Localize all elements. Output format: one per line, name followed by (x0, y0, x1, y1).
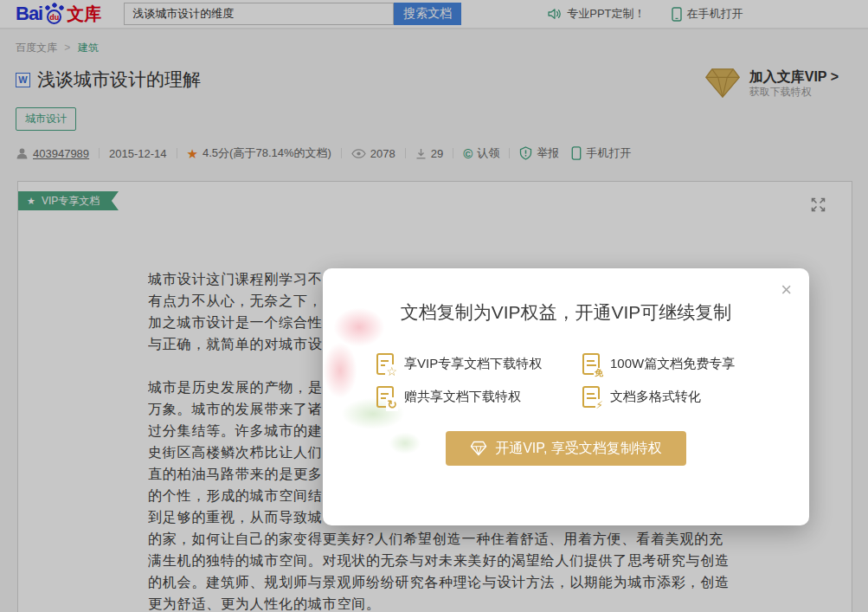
close-icon[interactable]: × (781, 280, 792, 300)
benefit-free-docs: 免 100W篇文档免费专享 (582, 353, 809, 375)
vip-copy-modal: × 文档复制为VIP权益，开通VIP可继续复制 ☆ 享VIP专享文档下载特权 免… (323, 268, 809, 525)
benefit-format-convert: ⚡ 文档多格式转化 (582, 386, 809, 408)
benefit-label: 享VIP专享文档下载特权 (404, 356, 542, 372)
diamond-outline-icon (470, 441, 487, 456)
open-vip-label: 开通VIP, 享受文档复制特权 (495, 440, 662, 458)
benefit-vip-download: ☆ 享VIP专享文档下载特权 (376, 353, 582, 375)
benefit-label: 赠共享文档下载特权 (404, 389, 521, 405)
benefit-shared-download: ↻ 赠共享文档下载特权 (376, 386, 582, 408)
vip-benefits: ☆ 享VIP专享文档下载特权 免 100W篇文档免费专享 ↻ 赠共享文档下载特权… (376, 353, 809, 408)
bolt-badge: ⚡ (595, 399, 604, 411)
star-badge: ☆ (385, 364, 398, 378)
benefit-label: 100W篇文档免费专享 (610, 356, 735, 372)
modal-title: 文档复制为VIP权益，开通VIP可继续复制 (323, 300, 809, 325)
doc-star-icon: ☆ (376, 353, 394, 375)
refresh-badge: ↻ (386, 397, 398, 411)
free-badge: 免 (594, 368, 604, 378)
doc-share-icon: ↻ (376, 386, 394, 408)
open-vip-button[interactable]: 开通VIP, 享受文档复制特权 (446, 431, 686, 466)
doc-free-icon: 免 (582, 353, 600, 375)
doc-convert-icon: ⚡ (582, 386, 600, 408)
benefit-label: 文档多格式转化 (610, 389, 701, 405)
